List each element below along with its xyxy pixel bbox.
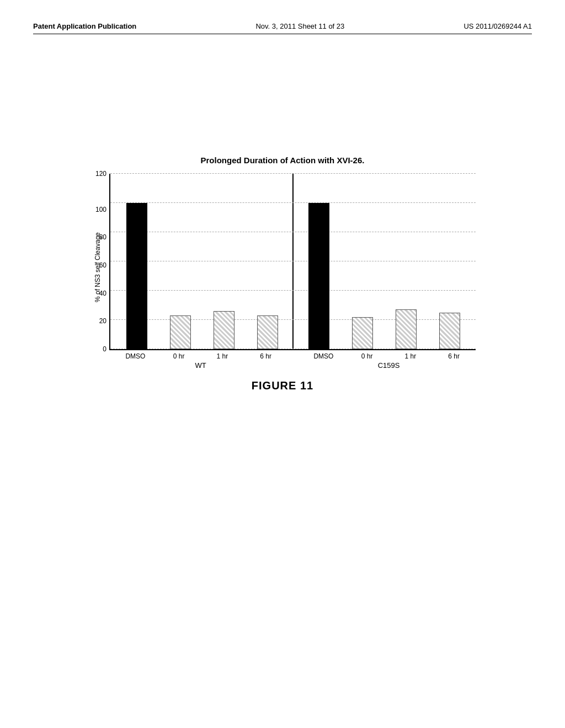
chart-title: Prolonged Duration of Action with XVI-26… xyxy=(201,156,365,165)
bar-c159s-dmso-container xyxy=(297,174,340,349)
header-left: Patent Application Publication xyxy=(33,22,136,30)
x-label-c159s-6hr: 6 hr xyxy=(432,352,476,360)
bar-wt-0hr xyxy=(170,315,191,349)
bar-c159s-dmso xyxy=(308,203,329,349)
bar-c159s-0hr xyxy=(352,317,373,349)
x-label-wt-dmso: DMSO xyxy=(114,352,157,360)
chart-inner: 0 20 40 60 80 100 120 xyxy=(109,174,476,370)
bar-wt-1hr xyxy=(214,311,234,349)
x-label-c159s-0hr: 0 hr xyxy=(345,352,389,360)
x-label-wt-1hr: 1 hr xyxy=(201,352,244,360)
x-label-wt-0hr: 0 hr xyxy=(157,352,201,360)
header-center: Nov. 3, 2011 Sheet 11 of 23 xyxy=(255,22,344,30)
bar-wt-0hr-container xyxy=(158,174,202,349)
y-axis-label: % of NS3 self Cleavage xyxy=(94,242,102,302)
bar-wt-dmso xyxy=(126,203,147,349)
bar-c159s-1hr xyxy=(396,309,417,349)
bar-wt-6hr-container xyxy=(246,174,289,349)
group-label-c159s: C159S xyxy=(302,361,476,370)
bar-c159s-1hr-container xyxy=(384,174,428,349)
chart-plot-area: 0 20 40 60 80 100 120 xyxy=(109,174,476,350)
figure-caption: FIGURE 11 xyxy=(252,379,313,392)
page-header: Patent Application Publication Nov. 3, 2… xyxy=(33,22,532,34)
bar-c159s-6hr xyxy=(439,313,460,349)
group-divider xyxy=(292,174,294,349)
header-right: US 2011/0269244 A1 xyxy=(463,22,532,30)
page: Patent Application Publication Nov. 3, 2… xyxy=(0,0,565,728)
bar-c159s-0hr-container xyxy=(340,174,384,349)
chart-section: Prolonged Duration of Action with XVI-26… xyxy=(33,156,532,392)
bar-wt-6hr xyxy=(257,315,278,349)
chart-container: % of NS3 self Cleavage xyxy=(89,174,476,370)
x-label-spacer xyxy=(291,352,299,360)
x-axis-bar-labels: DMSO 0 hr 1 hr 6 hr DMSO 0 hr 1 hr 6 hr xyxy=(109,352,476,360)
x-group-labels: WT C159S xyxy=(109,361,476,370)
bar-c159s-6hr-container xyxy=(428,174,471,349)
x-label-c159s-1hr: 1 hr xyxy=(389,352,433,360)
bar-wt-dmso-container xyxy=(115,174,158,349)
bars-container xyxy=(110,174,476,349)
group-label-wt: WT xyxy=(114,361,287,370)
x-label-wt-6hr: 6 hr xyxy=(244,352,287,360)
x-label-c159s-dmso: DMSO xyxy=(302,352,345,360)
group-spacer xyxy=(287,361,302,370)
y-axis-label-container: % of NS3 self Cleavage xyxy=(89,174,106,370)
bar-wt-1hr-container xyxy=(202,174,246,349)
